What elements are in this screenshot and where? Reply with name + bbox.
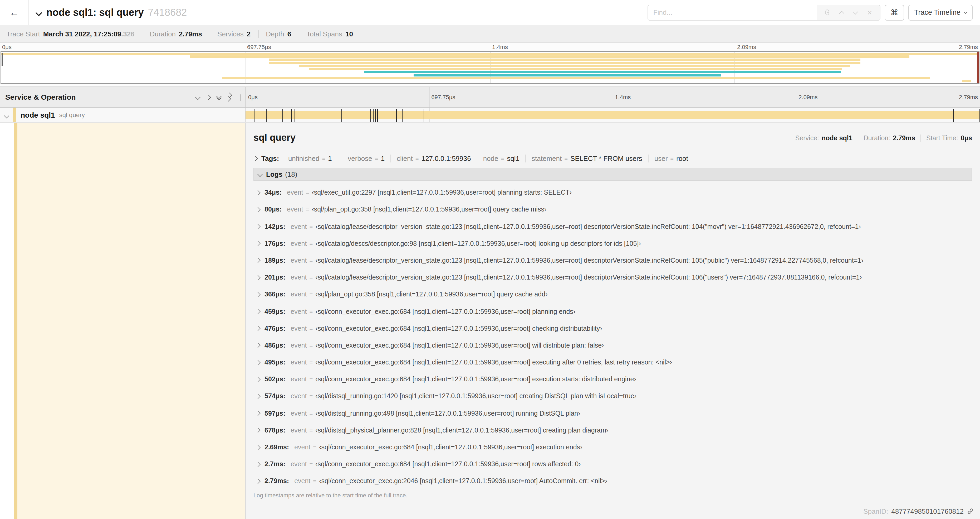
logs-footer-note: Log timestamps are relative to the start… (245, 491, 980, 503)
view-selector-label: Trace Timeline (914, 8, 961, 16)
log-row[interactable]: 201μs:event=‹sql/catalog/lease/descripto… (256, 269, 972, 286)
view-selector-dropdown[interactable]: Trace Timeline (908, 5, 973, 20)
tag-key: statement (531, 155, 562, 163)
log-event-value: ‹sql/catalog/lease/descriptor_version_st… (315, 257, 863, 264)
log-event-tick (375, 109, 376, 122)
expand-one-icon[interactable] (207, 95, 210, 99)
chevron-right-icon (253, 156, 258, 161)
log-event-key: event (287, 206, 303, 213)
span-meta-label: Start Time: (926, 134, 958, 142)
log-row[interactable]: 366μs:event=‹sql/plan_opt.go:358 [nsql1,… (256, 286, 972, 303)
log-row[interactable]: 2.69ms:event=‹sql/conn_executor_exec.go:… (256, 439, 972, 456)
logs-header[interactable]: Logs (18) (253, 168, 972, 181)
equals-sign: = (309, 461, 313, 467)
log-event-tick (366, 109, 366, 122)
chevron-right-icon (256, 479, 261, 484)
log-row[interactable]: 597μs:event=‹sql/distsql_running.go:498 … (256, 405, 972, 422)
log-event-value: ‹sql/conn_executor_exec.go:2046 [nsql1,c… (319, 477, 607, 485)
log-row[interactable]: 142μs:event=‹sql/catalog/lease/descripto… (256, 218, 972, 235)
log-event-tick (341, 109, 342, 122)
log-event-tick (295, 109, 295, 122)
minimap-span-bar (269, 59, 861, 61)
column-resizer[interactable] (240, 94, 243, 101)
log-row[interactable]: 189μs:event=‹sql/catalog/lease/descripto… (256, 252, 972, 269)
tags-toggle[interactable]: Tags: (253, 155, 284, 163)
span-duration-bar[interactable] (245, 111, 980, 119)
log-event-value: ‹sql/conn_executor_exec.go:684 [nsql1,cl… (315, 342, 604, 349)
collapse-all-icon[interactable] (217, 94, 221, 100)
clear-find-icon[interactable]: × (864, 7, 875, 18)
log-row[interactable]: 459μs:event=‹sql/conn_executor_exec.go:6… (256, 303, 972, 320)
span-detail-panel: sql query Service:node sql1Duration:2.79… (245, 123, 980, 519)
trace-timeline-page: ← node sql1: sql query 7418682 × ⌘ Trace… (0, 0, 980, 519)
log-row[interactable]: 176μs:event=‹sql/catalog/descs/descripto… (256, 235, 972, 252)
span-bar-track[interactable] (245, 108, 980, 122)
minimap-span-bar (309, 68, 842, 70)
equals-sign: = (309, 393, 313, 399)
minimap-right-scrubber-handle[interactable] (977, 52, 979, 83)
log-event-value: ‹sql/conn_executor_exec.go:684 [nsql1,cl… (319, 444, 582, 451)
log-row[interactable]: 2.7ms:event=‹sql/conn_executor_exec.go:6… (256, 456, 972, 473)
focus-match-icon[interactable] (822, 7, 833, 18)
trace-meta-label: Services (217, 30, 244, 38)
span-detail-title: sql query (253, 133, 296, 144)
log-timestamp: 34μs: (264, 189, 282, 196)
log-timestamp: 486μs: (264, 342, 285, 349)
next-match-icon[interactable] (850, 7, 861, 18)
tag-value: SELECT * FROM users (570, 155, 642, 163)
trace-minimap: 0μs 697.75μs 1.4ms 2.09ms 2.79ms (0, 43, 980, 86)
span-meta-item: Duration:2.79ms (858, 134, 915, 142)
log-row[interactable]: 2.79ms:event=‹sql/conn_executor_exec.go:… (256, 473, 972, 490)
keyboard-shortcuts-button[interactable]: ⌘ (885, 5, 904, 20)
log-timestamp: 2.7ms: (264, 460, 285, 468)
minimap-left-scrubber-handle[interactable] (2, 53, 3, 66)
minimap-canvas[interactable] (0, 51, 980, 84)
log-timestamp: 502μs: (264, 376, 285, 383)
log-row[interactable]: 495μs:event=‹sql/conn_executor_exec.go:6… (256, 354, 972, 371)
span-meta-label: Duration: (864, 134, 890, 142)
tag-value: 1 (328, 155, 332, 163)
log-event-tick (953, 109, 954, 122)
equals-sign: = (415, 156, 419, 162)
log-row[interactable]: 502μs:event=‹sql/conn_executor_exec.go:6… (256, 371, 972, 388)
log-event-value: ‹sql/conn_executor_exec.go:684 [nsql1,cl… (315, 308, 575, 315)
log-event-value: ‹sql/plan_opt.go:358 [nsql1,client=127.0… (312, 206, 546, 213)
log-row[interactable]: 476μs:event=‹sql/conn_executor_exec.go:6… (256, 320, 972, 337)
span-row-label[interactable]: node sql1 sql query (0, 108, 245, 122)
log-row[interactable]: 80μs:event=‹sql/plan_opt.go:358 [nsql1,c… (256, 201, 972, 218)
minimap-span-row (1, 71, 979, 74)
minimap-tick: 1.4ms (492, 44, 508, 50)
trace-meta-item: Trace StartMarch 31 2022, 17:25:09.326 (6, 30, 135, 38)
log-row[interactable]: 486μs:event=‹sql/conn_executor_exec.go:6… (256, 337, 972, 354)
prev-match-icon[interactable] (836, 7, 847, 18)
log-event-tick (291, 109, 292, 122)
span-collapse-chevron-icon[interactable] (5, 110, 8, 120)
find-input[interactable] (648, 5, 817, 20)
span-detail-footer: SpanID: 4877749850101760812 (245, 503, 980, 519)
log-row[interactable]: 678μs:event=‹sql/distsql_physical_planne… (256, 422, 972, 439)
equals-sign: = (309, 308, 313, 315)
chevron-right-icon (256, 410, 261, 416)
log-row[interactable]: 574μs:event=‹sql/distsql_running.go:1420… (256, 388, 972, 405)
log-event-key: event (294, 444, 310, 451)
trace-collapse-chevron-icon[interactable] (37, 8, 41, 17)
equals-sign: = (309, 325, 313, 332)
span-meta-value: 2.79ms (893, 134, 915, 142)
span-link-icon[interactable] (967, 508, 974, 515)
log-event-value: ‹sql/distsql_physical_planner.go:828 [ns… (315, 427, 608, 434)
tag-value: sql1 (507, 155, 520, 163)
log-event-value: ‹sql/conn_executor_exec.go:684 [nsql1,cl… (315, 359, 672, 366)
collapse-one-icon[interactable] (196, 95, 200, 99)
equals-sign: = (309, 342, 313, 349)
log-row[interactable]: 34μs:event=‹sql/exec_util.go:2297 [nsql1… (256, 184, 972, 201)
chevron-right-icon (256, 224, 261, 229)
equals-sign: = (309, 224, 313, 230)
expand-all-icon[interactable] (228, 93, 231, 101)
log-event-tick (298, 109, 299, 122)
span-row[interactable]: node sql1 sql query (0, 108, 980, 123)
trace-meta-item: Services2 (210, 30, 251, 38)
back-button[interactable]: ← (0, 0, 29, 25)
trace-meta-item: Duration2.79ms (142, 30, 202, 38)
log-event-value: ‹sql/exec_util.go:2297 [nsql1,client=127… (312, 189, 572, 196)
log-timestamp: 574μs: (264, 393, 285, 400)
